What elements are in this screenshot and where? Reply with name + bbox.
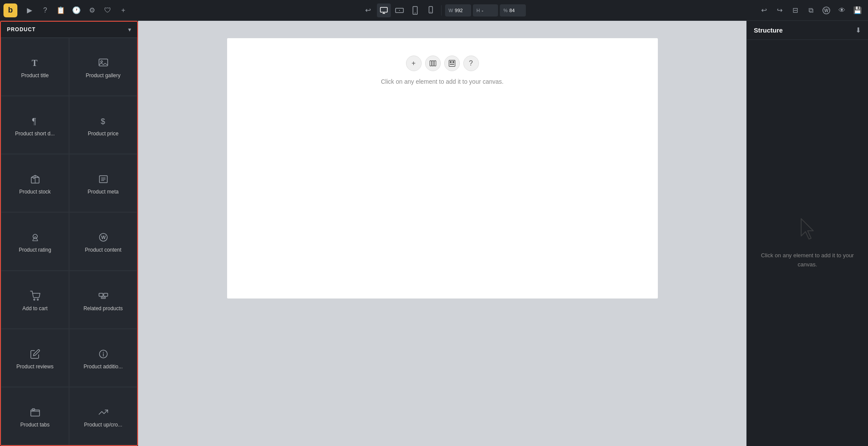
widget-product-tabs[interactable]: Product tabs — [1, 387, 69, 445]
svg-rect-45 — [450, 61, 452, 63]
svg-text:$: $ — [101, 117, 105, 126]
toolbar-height-field[interactable]: H - — [473, 4, 498, 16]
widget-product-price-icon: $ — [97, 115, 109, 127]
widget-add-to-cart-label: Add to cart — [22, 305, 47, 312]
main-area: PRODUCT ▾ TProduct titleProduct gallery¶… — [0, 21, 868, 446]
toolbar-height-label: H — [476, 8, 480, 13]
toolbar-center: ↩ W 992 H - % 84 — [132, 3, 755, 17]
toolbar-height-value: - — [482, 8, 495, 13]
widget-product-upcross-icon — [97, 406, 109, 418]
widget-product-rating[interactable]: Product rating — [1, 212, 69, 270]
toolbar-grid-icon[interactable]: ⊟ — [788, 3, 802, 17]
widget-product-additional[interactable]: Product additio... — [69, 329, 137, 387]
toolbar-help-icon[interactable]: ? — [38, 3, 52, 17]
svg-rect-41 — [430, 61, 432, 66]
toolbar-preview-icon[interactable]: 👁 — [835, 3, 849, 17]
toolbar-scale-label: % — [503, 8, 508, 13]
canvas-templates-button[interactable] — [444, 56, 460, 71]
toolbar-width-label: W — [449, 8, 453, 13]
widget-product-price[interactable]: $Product price — [69, 96, 137, 154]
widget-add-to-cart-icon — [29, 290, 41, 302]
widget-product-reviews-icon — [29, 348, 41, 360]
widget-related-products[interactable]: Related products — [69, 271, 137, 329]
widget-product-reviews[interactable]: Product reviews — [1, 329, 69, 387]
widget-product-upcross[interactable]: Product up/cro... — [69, 387, 137, 445]
canvas-toolbar: + ? — [406, 56, 479, 71]
toolbar-history-icon[interactable]: 🕐 — [69, 3, 83, 17]
svg-rect-35 — [101, 297, 106, 298]
svg-point-6 — [415, 13, 416, 13]
toolbar-arrow-icon[interactable]: ▶ — [23, 3, 36, 17]
toolbar-settings-icon[interactable]: ⚙ — [85, 3, 99, 17]
widget-product-gallery-icon — [97, 57, 109, 69]
toolbar-redo-icon[interactable]: ↪ — [772, 3, 786, 17]
widget-product-reviews-label: Product reviews — [17, 364, 53, 370]
svg-rect-43 — [434, 61, 436, 66]
svg-rect-33 — [99, 293, 103, 296]
widget-product-meta-icon — [97, 173, 109, 185]
widget-product-rating-icon — [29, 231, 41, 243]
right-panel-content: Click on any element to add it to your c… — [747, 40, 868, 446]
toolbar-wp-icon[interactable]: W — [819, 3, 833, 17]
widget-product-stock[interactable]: Product stock — [1, 154, 69, 212]
toolbar-shield-icon[interactable]: 🛡 — [101, 3, 115, 17]
toolbar-scale-field[interactable]: % 84 — [500, 4, 526, 16]
toolbar-device-tablet-landscape[interactable] — [393, 3, 406, 17]
toolbar-undo-icon[interactable]: ↩ — [361, 3, 375, 17]
widget-product-price-label: Product price — [88, 131, 119, 137]
widget-product-short-desc[interactable]: ¶Product short d... — [1, 96, 69, 154]
widget-product-meta-label: Product meta — [88, 189, 119, 195]
toolbar-pages-icon[interactable]: 📋 — [54, 3, 68, 17]
toolbar-right: ↩ ↪ ⊟ ⧉ W 👁 💾 — [757, 3, 865, 17]
right-panel-export-icon[interactable]: ⬇ — [855, 26, 861, 34]
canvas-columns-button[interactable] — [425, 56, 441, 71]
toolbar-width-value: 992 — [455, 8, 468, 13]
svg-rect-42 — [432, 61, 434, 66]
widget-product-title[interactable]: TProduct title — [1, 38, 69, 96]
svg-point-31 — [33, 299, 35, 300]
panel-header: PRODUCT ▾ — [1, 22, 137, 38]
widget-product-stock-label: Product stock — [19, 189, 51, 195]
right-panel-header: Structure ⬇ — [747, 21, 868, 40]
svg-point-8 — [430, 11, 431, 12]
widget-product-stock-icon — [29, 173, 41, 185]
right-panel: Structure ⬇ Click on any element to add … — [746, 21, 868, 446]
svg-rect-46 — [452, 61, 454, 63]
toolbar-device-tablet[interactable] — [408, 3, 422, 17]
widget-related-products-icon — [97, 290, 109, 302]
canvas-area: + ? Click on any element to add it to yo… — [138, 21, 746, 446]
svg-rect-40 — [32, 409, 35, 410]
toolbar-device-mobile[interactable] — [424, 3, 438, 17]
widget-add-to-cart[interactable]: Add to cart — [1, 271, 69, 329]
toolbar-layers-icon[interactable]: ⧉ — [804, 3, 818, 17]
widget-product-short-desc-icon: ¶ — [29, 115, 41, 127]
svg-rect-34 — [104, 293, 108, 296]
svg-point-4 — [399, 10, 400, 11]
widget-product-tabs-icon — [29, 406, 41, 418]
widget-related-products-label: Related products — [83, 305, 123, 312]
svg-text:T: T — [32, 58, 38, 68]
widget-product-meta[interactable]: Product meta — [69, 154, 137, 212]
widget-product-additional-label: Product additio... — [83, 364, 122, 370]
left-panel: PRODUCT ▾ TProduct titleProduct gallery¶… — [0, 21, 138, 446]
svg-text:¶: ¶ — [32, 116, 36, 126]
widget-product-content[interactable]: WProduct content — [69, 212, 137, 270]
toolbar-save-icon[interactable]: 💾 — [851, 3, 865, 17]
toolbar-add-icon[interactable]: + — [116, 3, 130, 17]
svg-text:W: W — [101, 235, 106, 240]
widget-product-gallery[interactable]: Product gallery — [69, 38, 137, 96]
svg-point-32 — [37, 299, 38, 300]
svg-text:W: W — [824, 8, 828, 13]
right-panel-hint: Click on any element to add it to your c… — [756, 251, 859, 269]
panel-collapse-icon[interactable]: ▾ — [128, 26, 131, 33]
canvas-hint: Click on any element to add it to your c… — [381, 78, 503, 85]
canvas-help-button[interactable]: ? — [463, 56, 479, 71]
toolbar-width-field[interactable]: W 992 — [445, 4, 471, 16]
toolbar-undo2-icon[interactable]: ↩ — [757, 3, 771, 17]
app-logo[interactable]: b — [3, 3, 17, 17]
widget-product-rating-label: Product rating — [19, 247, 51, 253]
toolbar-device-desktop[interactable] — [377, 3, 391, 17]
svg-point-13 — [101, 61, 102, 62]
canvas-add-button[interactable]: + — [406, 56, 422, 71]
widget-product-title-label: Product title — [21, 72, 49, 79]
